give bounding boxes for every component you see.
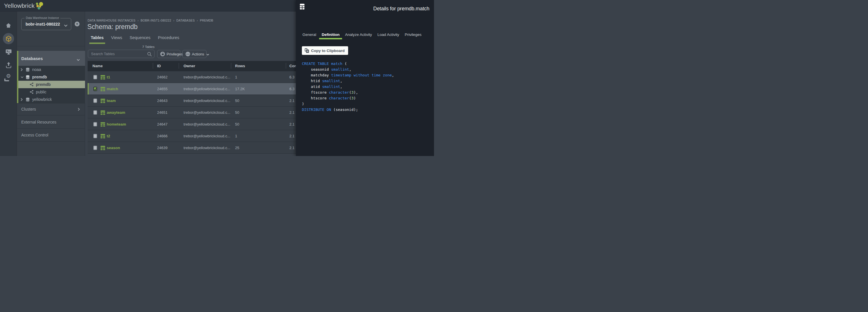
table-row[interactable]: team 24643 trebor@yellowbrickcloud.c... … xyxy=(88,95,310,106)
copy-button-label: Copy to Clipboard xyxy=(311,49,345,53)
breadcrumb-item[interactable]: DATABASES xyxy=(176,19,195,22)
chevron-right-icon[interactable] xyxy=(21,68,24,71)
tab-load-activity[interactable]: Load Activity xyxy=(377,32,399,37)
row-checkbox[interactable] xyxy=(93,146,97,150)
table-rows-count: 50 xyxy=(235,122,239,126)
table-name[interactable]: match xyxy=(107,87,118,91)
row-checkbox[interactable] xyxy=(93,122,97,126)
row-checkbox-checked[interactable] xyxy=(93,87,97,91)
breadcrumb-item[interactable]: PREMDB xyxy=(200,19,213,22)
query-terminal-icon[interactable] xyxy=(0,49,17,55)
table-row-selected[interactable]: match 24655 trebor@yellowbrickcloud.c...… xyxy=(88,83,310,95)
tab-general[interactable]: General xyxy=(303,32,316,37)
table-name[interactable]: t2 xyxy=(107,134,110,138)
table-header: Name ID Owner Rows Compressed xyxy=(88,61,310,71)
table-id: 24643 xyxy=(157,98,167,103)
tab-sequences[interactable]: Sequences xyxy=(129,35,151,40)
chevron-down-icon[interactable] xyxy=(21,76,24,78)
settings-hand-icon xyxy=(5,80,9,81)
actions-button-label: Actions xyxy=(192,52,204,56)
row-checkbox[interactable] xyxy=(93,75,97,79)
table-grid-icon[interactable] xyxy=(300,4,305,11)
admin-settings-icon[interactable]: ⚙ xyxy=(0,73,17,79)
actions-button[interactable]: Actions xyxy=(182,50,207,58)
details-panel: Details for premdb.match General Definit… xyxy=(296,0,434,156)
table-icon xyxy=(100,145,105,152)
tab-analyze-activity[interactable]: Analyze Activity xyxy=(345,32,372,37)
table-id: 24666 xyxy=(157,134,167,138)
app-window: Yellowbrick xyxy=(0,0,434,156)
database-icon xyxy=(26,67,30,72)
table-icon xyxy=(100,87,105,93)
settings-hand-icon-2 xyxy=(4,79,5,81)
tab-privileges[interactable]: Privileges xyxy=(405,32,422,37)
table-rows-count: 25 xyxy=(235,146,239,150)
tab-definition[interactable]: Definition xyxy=(322,32,340,37)
table-name[interactable]: hometeam xyxy=(107,122,126,126)
database-icon xyxy=(26,97,30,102)
table-rows-count: 17.2K xyxy=(235,87,245,91)
breadcrumb-item[interactable]: BOBR-INST1-080222 xyxy=(141,19,171,22)
column-header-owner[interactable]: Owner xyxy=(184,64,195,68)
table-name[interactable]: team xyxy=(107,98,116,103)
instance-selector[interactable]: Data Warehouse Instance bobr-inst1-08022… xyxy=(21,18,71,30)
breadcrumb-item[interactable]: DATA WAREHOUSE INSTANCES xyxy=(88,19,135,22)
tab-views[interactable]: Views xyxy=(111,35,123,40)
table-row[interactable]: t2 24666 trebor@yellowbrickcloud.c... 1 … xyxy=(88,130,310,142)
table-name[interactable]: t1 xyxy=(107,75,110,79)
table-name[interactable]: awayteam xyxy=(107,110,126,115)
chevron-right-icon[interactable] xyxy=(21,98,24,101)
chevron-down-icon xyxy=(77,57,80,62)
column-resize-handle[interactable] xyxy=(153,63,153,69)
row-checkbox[interactable] xyxy=(93,110,97,115)
tree-item-premdb-schema-selected[interactable]: premdb xyxy=(17,81,85,88)
column-header-rows[interactable]: Rows xyxy=(235,64,245,68)
schema-share-icon xyxy=(30,83,34,87)
sidebar-item-access-control[interactable]: Access Control xyxy=(17,129,85,142)
yellowbrick-brick-icon xyxy=(36,2,43,9)
load-upload-icon[interactable] xyxy=(0,62,17,68)
table-owner: trebor@yellowbrickcloud.c... xyxy=(184,98,230,103)
table-row[interactable]: season 24639 trebor@yellowbrickcloud.c..… xyxy=(88,142,310,154)
privileges-button[interactable]: Privileges xyxy=(157,50,180,58)
search-input[interactable] xyxy=(91,50,146,58)
column-resize-handle[interactable] xyxy=(179,63,179,69)
sql-code-line: htid smallint, xyxy=(302,78,394,84)
sidebar-item-databases[interactable]: Databases xyxy=(17,51,85,66)
column-resize-handle[interactable] xyxy=(286,63,286,69)
row-checkbox[interactable] xyxy=(93,98,97,103)
add-instance-button[interactable]: + xyxy=(75,22,80,26)
privileges-button-label: Privileges xyxy=(166,52,183,56)
tree-item-label: premdb xyxy=(32,75,47,79)
sidebar-item-clusters[interactable]: Clusters xyxy=(17,103,85,115)
table-icon xyxy=(100,98,105,104)
search-icon[interactable] xyxy=(147,52,152,58)
databases-cube-icon[interactable] xyxy=(0,35,17,42)
chevron-down-icon xyxy=(207,52,209,56)
table-row[interactable]: awayteam 24651 trebor@yellowbrickcloud.c… xyxy=(88,106,310,118)
column-resize-handle[interactable] xyxy=(231,63,231,69)
row-checkbox[interactable] xyxy=(93,134,97,138)
table-row[interactable]: hometeam 24647 trebor@yellowbrickcloud.c… xyxy=(88,118,310,130)
tree-item-public-schema[interactable]: public xyxy=(17,88,85,96)
sql-code-line: atid smallint, xyxy=(302,84,394,90)
tree-item-noaa[interactable]: noaa xyxy=(17,66,85,73)
table-rows-count: 1 xyxy=(235,75,237,79)
breadcrumb: DATA WAREHOUSE INSTANCES › BOBR-INST1-08… xyxy=(88,19,213,22)
column-header-name[interactable]: Name xyxy=(92,64,102,68)
table-name[interactable]: season xyxy=(107,146,120,150)
sidebar-item-external-resources[interactable]: External Resources xyxy=(17,116,85,128)
tree-item-premdb-db[interactable]: premdb xyxy=(17,73,85,81)
copy-to-clipboard-button[interactable]: Copy to Clipboard xyxy=(302,46,348,55)
table-owner: trebor@yellowbrickcloud.c... xyxy=(184,87,230,91)
yellowbrick-logo[interactable]: Yellowbrick xyxy=(4,2,43,9)
table-id: 24662 xyxy=(157,75,167,79)
sql-code-line: seasonid smallint, xyxy=(302,67,394,72)
column-header-id[interactable]: ID xyxy=(157,64,161,68)
tree-item-yellowbrick-db[interactable]: yellowbrick xyxy=(17,96,85,103)
tab-procedures[interactable]: Procedures xyxy=(157,35,180,40)
table-row[interactable]: t1 24662 trebor@yellowbrickcloud.c... 1 … xyxy=(88,71,310,83)
chevron-down-icon xyxy=(64,23,67,28)
tab-tables[interactable]: Tables xyxy=(90,35,104,40)
home-icon[interactable] xyxy=(0,23,17,29)
